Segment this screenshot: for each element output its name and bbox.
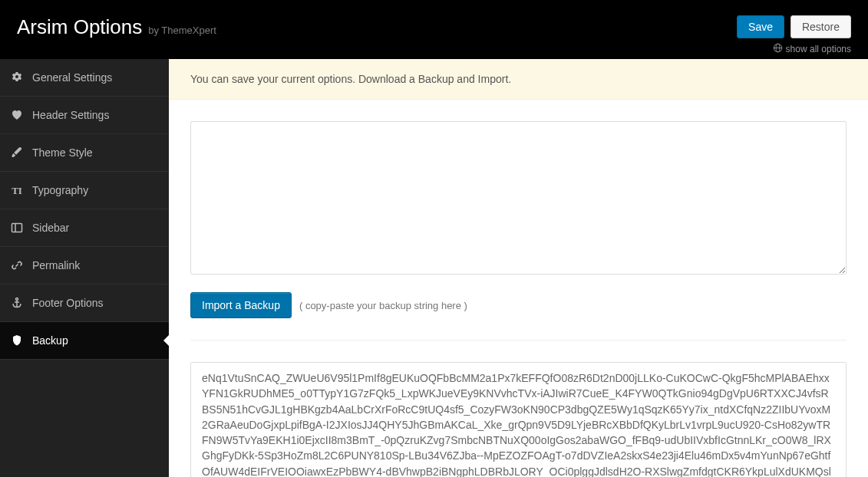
info-banner: You can save your current options. Downl…	[169, 59, 868, 100]
heart-icon	[11, 109, 23, 121]
sidebar-item-label: Permalink	[32, 259, 80, 271]
section-divider	[190, 340, 847, 340]
sidebar: General Settings Header Settings Theme S…	[0, 59, 169, 477]
anchor-icon	[11, 297, 23, 309]
sidebar-item-label: Sidebar	[32, 222, 69, 234]
globe-icon	[773, 43, 783, 55]
show-all-options-label: show all options	[786, 44, 851, 54]
sidebar-item-permalink[interactable]: Permalink	[0, 247, 169, 285]
typography-icon: TI	[11, 184, 23, 196]
svg-rect-3	[12, 224, 22, 232]
shield-icon	[11, 334, 23, 347]
show-all-options-link[interactable]: show all options	[773, 43, 851, 55]
sidebar-item-label: Typography	[32, 184, 88, 196]
sidebar-item-footer-options[interactable]: Footer Options	[0, 285, 169, 322]
sidebar-item-sidebar[interactable]: Sidebar	[0, 209, 169, 247]
import-textarea[interactable]	[190, 121, 847, 275]
link-icon	[11, 259, 23, 271]
page-title: Arsim Options	[17, 15, 142, 39]
sidebar-item-label: General Settings	[32, 71, 112, 84]
header: Arsim Options by ThemeXpert Save Restore…	[0, 0, 868, 59]
sidebar-item-typography[interactable]: TI Typography	[0, 172, 169, 209]
sidebar-item-theme-style[interactable]: Theme Style	[0, 134, 169, 172]
sidebar-item-label: Footer Options	[32, 297, 104, 309]
backup-string-textarea[interactable]	[190, 362, 847, 477]
sidebar-item-header-settings[interactable]: Header Settings	[0, 97, 169, 134]
sidebar-item-general-settings[interactable]: General Settings	[0, 59, 169, 97]
brush-icon	[11, 146, 23, 159]
save-button[interactable]: Save	[737, 15, 784, 38]
import-backup-button[interactable]: Import a Backup	[190, 292, 292, 318]
gears-icon	[11, 71, 23, 84]
sidebar-item-label: Backup	[32, 334, 68, 347]
restore-button[interactable]: Restore	[790, 15, 851, 38]
layout-icon	[11, 222, 23, 234]
sidebar-item-label: Header Settings	[32, 109, 109, 121]
sidebar-item-backup[interactable]: Backup	[0, 322, 169, 360]
main-content: You can save your current options. Downl…	[169, 59, 868, 477]
page-subtitle: by ThemeXpert	[148, 25, 216, 36]
sidebar-item-label: Theme Style	[32, 146, 93, 159]
import-hint: ( copy-paste your backup string here )	[299, 300, 467, 311]
svg-point-5	[16, 298, 18, 301]
